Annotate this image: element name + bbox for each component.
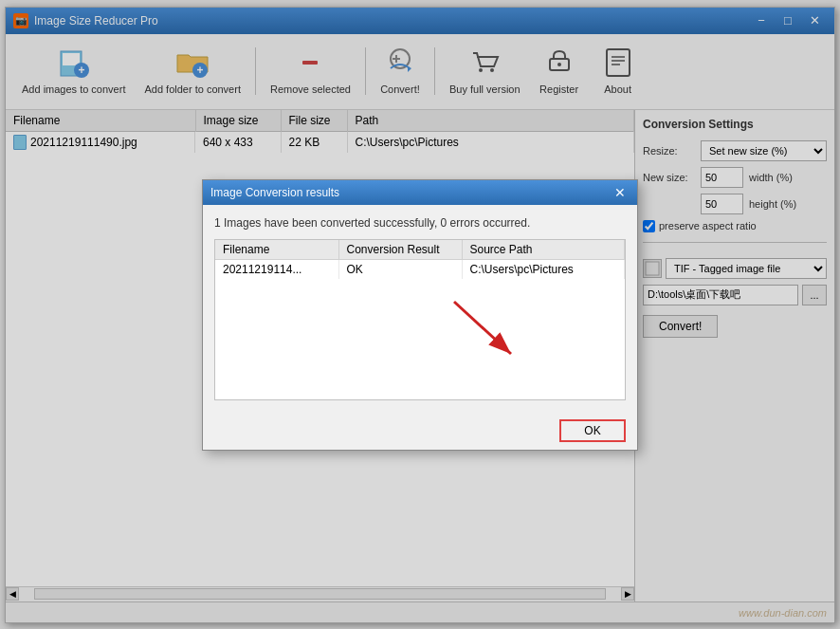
- modal-overlay: Image Conversion results ✕ 1 Images have…: [6, 8, 834, 622]
- modal-filename: 20211219114...: [215, 259, 338, 279]
- modal-title-bar: Image Conversion results ✕: [203, 180, 637, 205]
- modal-arrow: [435, 292, 530, 371]
- ok-button[interactable]: OK: [559, 419, 626, 442]
- modal-table-row: 20211219114... OK C:\Users\pc\Pictures: [215, 259, 625, 279]
- modal-body: 1 Images have been converted successfull…: [203, 205, 637, 412]
- modal-dialog: Image Conversion results ✕ 1 Images have…: [202, 179, 638, 451]
- modal-col-result: Conversion Result: [338, 240, 462, 260]
- modal-result: OK: [338, 259, 462, 279]
- modal-close-button[interactable]: ✕: [611, 184, 630, 201]
- modal-source: C:\Users\pc\Pictures: [462, 259, 625, 279]
- modal-status-text: 1 Images have been converted successfull…: [214, 216, 626, 230]
- modal-col-filename: Filename: [215, 240, 338, 260]
- modal-title: Image Conversion results: [210, 186, 339, 199]
- modal-results-table: Filename Conversion Result Source Path 2…: [215, 240, 625, 279]
- modal-footer: OK: [203, 412, 637, 450]
- main-window: 📷 Image Size Reducer Pro − □ ✕ + Add ima…: [5, 7, 835, 623]
- modal-table-container: Filename Conversion Result Source Path 2…: [214, 239, 626, 400]
- modal-col-source: Source Path: [462, 240, 625, 260]
